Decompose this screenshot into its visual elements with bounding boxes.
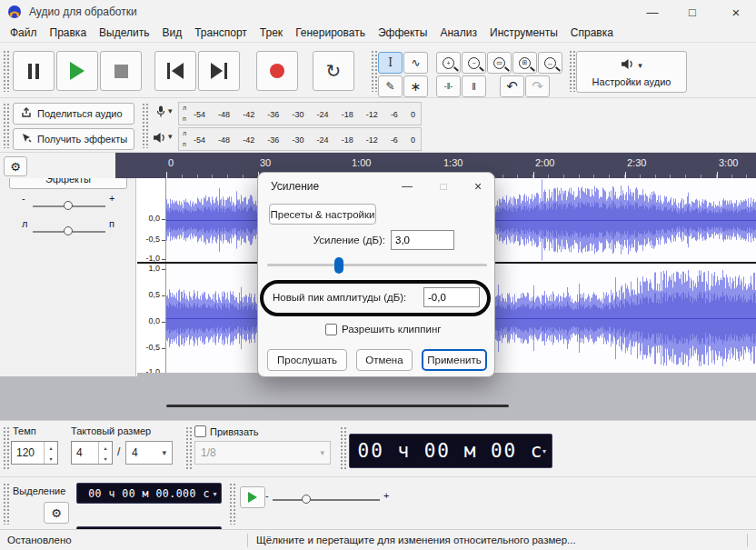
minimize-button[interactable]: — <box>632 0 672 24</box>
track-control-panel[interactable]: Эффекты - + л п <box>0 178 136 376</box>
get-effects-button[interactable]: Получить эффекты <box>13 128 134 150</box>
dialog-close-button[interactable]: × <box>463 175 492 198</box>
snap-select[interactable]: 1/8 ▾ <box>194 441 331 465</box>
horizontal-scrollbar-thumb[interactable] <box>166 405 509 407</box>
cancel-button[interactable]: Отмена <box>356 349 413 371</box>
dialog-maximize-button[interactable]: □ <box>429 175 458 198</box>
position-chevron-down-icon[interactable]: ▾ <box>542 447 548 455</box>
loop-button[interactable]: ↻ <box>313 51 354 91</box>
pan-right-label: п <box>109 218 114 229</box>
meters-grip[interactable] <box>142 103 148 148</box>
apply-button[interactable]: Применить <box>422 349 487 371</box>
position-grip[interactable] <box>340 426 346 470</box>
tempo-spin-down-icon[interactable]: ▾ <box>45 453 57 464</box>
audio-setup-button[interactable]: ▾ Настройки аудио <box>576 51 687 93</box>
tempo-spin-up-icon[interactable]: ▴ <box>45 442 57 453</box>
play-speed-grip[interactable] <box>229 483 235 525</box>
play-button[interactable] <box>56 51 98 91</box>
allow-clipping-checkbox[interactable] <box>325 324 337 335</box>
share-audio-button[interactable]: Поделиться аудио <box>13 103 134 125</box>
play-speed-slider-thumb[interactable] <box>302 495 311 504</box>
maximize-button[interactable]: □ <box>672 0 712 24</box>
menu-item-3[interactable]: Вид <box>155 24 188 42</box>
meter-scale-label: 0 <box>411 110 415 119</box>
menu-item-5[interactable]: Трек <box>254 24 289 42</box>
selection-tool-button[interactable]: I <box>378 52 403 74</box>
menu-item-7[interactable]: Эффекты <box>372 24 434 42</box>
undo-button[interactable]: ↶ <box>500 75 524 97</box>
menu-item-10[interactable]: Справка <box>564 24 620 42</box>
gain-slider-thumb[interactable] <box>64 201 73 210</box>
note-value-select[interactable]: 4 ▾ <box>125 441 173 465</box>
close-button[interactable]: × <box>716 0 756 24</box>
record-meter[interactable]: л п -54-48-42-36-30-24-18-12-60 <box>178 102 422 125</box>
trim-icon: -‖- <box>444 82 453 91</box>
zoom-out-button[interactable]: − <box>462 52 486 74</box>
snap-grip[interactable] <box>185 426 192 470</box>
dialog-minimize-button[interactable]: — <box>393 175 422 198</box>
pan-slider-thumb[interactable] <box>64 226 73 235</box>
timeline-tick-label: 3:00 <box>719 157 738 168</box>
zoom-in-button[interactable]: + <box>436 52 461 74</box>
skip-start-button[interactable] <box>154 51 196 91</box>
track-effects-button[interactable]: Эффекты <box>9 178 127 189</box>
multi-tool-icon: ∗ <box>411 79 422 94</box>
timeline-tick-label: 2:00 <box>535 157 554 168</box>
beats-stepper[interactable]: 4 ▴▾ <box>71 441 113 465</box>
silence-audio-button[interactable]: ‖ <box>462 75 486 97</box>
timeline-options-button[interactable]: ⚙ <box>4 156 27 176</box>
redo-button[interactable]: ↷ <box>525 75 550 97</box>
menu-item-0[interactable]: Файл <box>4 24 44 42</box>
beats-spin-up-icon[interactable]: ▴ <box>99 442 112 453</box>
menu-bar: ФайлПравкаВыделитьВидТранспортТрекГенери… <box>4 24 752 42</box>
selection-start-chevron-icon[interactable]: ▾ <box>213 489 217 497</box>
allow-clipping-label: Разрешить клиппинг <box>342 324 441 335</box>
menu-item-8[interactable]: Анализ <box>433 24 483 42</box>
envelope-tool-button[interactable]: ∿ <box>403 52 428 74</box>
selection-start-display[interactable]: 00 ч 00 м 00.000 с ▾ <box>76 483 222 504</box>
beats-spin-down-icon[interactable]: ▾ <box>99 453 112 464</box>
playback-meter[interactable]: л п -54-48-42-36-30-24-18-12-60 <box>178 127 422 151</box>
tools-grip[interactable] <box>371 50 377 92</box>
share-grip[interactable] <box>3 103 9 148</box>
tempo-grip[interactable] <box>3 426 9 470</box>
playback-meter-dropdown-icon[interactable]: ▾ <box>168 132 173 141</box>
snap-checkbox[interactable] <box>194 425 206 437</box>
zoom-fit-button[interactable]: ⊞ <box>512 52 537 74</box>
multi-tool-button[interactable]: ∗ <box>403 75 428 97</box>
amplification-input[interactable] <box>391 230 454 250</box>
pencil-icon: ✎ <box>385 80 394 93</box>
new-peak-input[interactable] <box>423 287 480 307</box>
record-button[interactable] <box>256 51 298 91</box>
menu-item-1[interactable]: Правка <box>44 24 94 42</box>
amplification-slider-thumb[interactable] <box>334 257 343 274</box>
play-speed-slider[interactable] <box>273 499 380 501</box>
zoom-fit-icon: ⊞ <box>519 57 531 69</box>
amplitude-ruler-label: 0,5 <box>148 291 160 299</box>
tempo-stepper[interactable]: 120 ▴▾ <box>11 441 58 465</box>
audio-setup-grip[interactable] <box>569 50 575 92</box>
zoom-toggle-button[interactable]: ↔ <box>538 52 562 74</box>
selection-options-button[interactable]: ⚙ <box>44 502 69 524</box>
selection-grip[interactable] <box>3 483 9 525</box>
menu-item-2[interactable]: Выделить <box>93 24 155 42</box>
skip-end-button[interactable] <box>198 51 240 91</box>
zoom-selection-button[interactable]: ▭ <box>487 52 512 74</box>
pause-button[interactable] <box>13 51 55 91</box>
amplitude-ruler[interactable]: 0,0-0,5-1,01,00,50,0-0,5-1,0 <box>137 178 166 376</box>
play-at-speed-button[interactable] <box>240 486 265 508</box>
title-bar[interactable]: Аудио для обработки — □ × <box>0 0 756 24</box>
presets-settings-button[interactable]: Пресеты & настройки <box>269 204 376 225</box>
record-meter-dropdown-icon[interactable]: ▾ <box>168 106 173 115</box>
timeline-tick <box>533 172 534 178</box>
draw-tool-button[interactable]: ✎ <box>378 75 403 97</box>
trim-audio-button[interactable]: -‖- <box>436 75 461 97</box>
menu-item-9[interactable]: Инструменты <box>483 24 564 42</box>
menu-item-4[interactable]: Транспорт <box>188 24 254 42</box>
audio-position-display[interactable]: 00 ч 00 м 00 с ▾ <box>349 434 552 468</box>
preview-button[interactable]: Прослушать <box>267 349 347 371</box>
amplification-slider[interactable] <box>267 264 487 266</box>
menu-item-6[interactable]: Генерировать <box>289 24 372 42</box>
stop-button[interactable] <box>100 51 142 91</box>
toolbar-grip[interactable] <box>3 50 9 92</box>
